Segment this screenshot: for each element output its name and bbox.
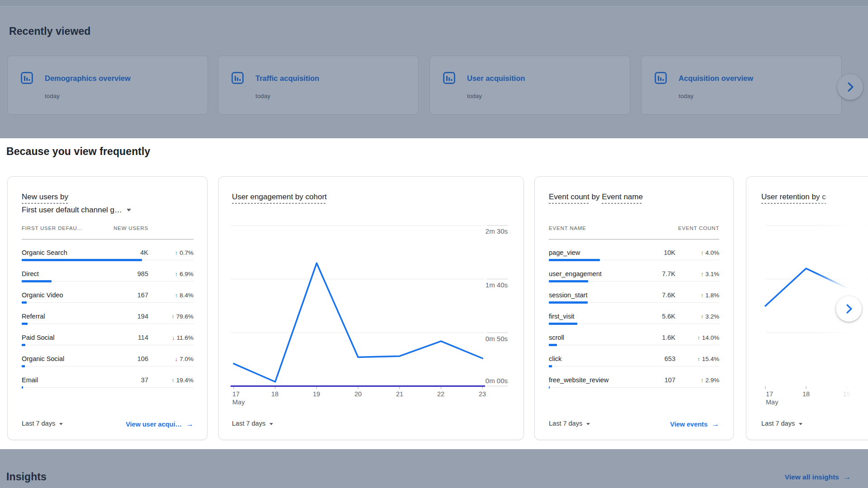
top-edge-strip [0, 0, 868, 6]
row-delta: ↑8.4% [144, 292, 193, 299]
y-axis-tick: 2m 30s [481, 227, 508, 235]
table-header-divider [549, 239, 719, 239]
row-delta: ↑3.2% [670, 313, 719, 320]
x-axis-tick: 18 [802, 390, 810, 398]
metric-selector[interactable]: New users by [22, 192, 68, 204]
view-events-link[interactable]: View events→ [615, 420, 719, 429]
x-axis-month-label: May [766, 399, 778, 406]
row-value: 114 [112, 334, 148, 341]
row-label: Organic Video [22, 291, 63, 299]
engagement-date-range-selector[interactable]: Last 7 days [232, 420, 273, 427]
recent-card-demographics-overview[interactable]: Demographics overview today [7, 56, 208, 115]
trend-arrow-icon: ↑ [701, 377, 704, 384]
row-delta: ↑6.9% [144, 271, 193, 277]
proportion-bar [22, 365, 25, 367]
x-axis-tick: 18 [271, 390, 278, 398]
chevron-down-icon [269, 423, 273, 425]
metric-selector[interactable]: Event count [549, 192, 590, 204]
trend-arrow-icon: ↑ [171, 377, 175, 384]
proportion-bar [22, 344, 25, 346]
trend-arrow-icon: ↓ [175, 356, 178, 362]
table-row: Email 37 ↑19.4% [22, 376, 193, 398]
row-delta: ↑2.9% [670, 377, 719, 384]
row-value: 37 [112, 376, 148, 384]
recent-card-title[interactable]: User acquisition [467, 74, 525, 83]
trend-arrow-icon: ↑ [701, 249, 704, 256]
new-users-card-title[interactable]: New users by [22, 192, 68, 202]
row-label: session_start [549, 291, 587, 299]
events-table-header: EVENT NAME EVENT COUNT [549, 225, 719, 231]
row-label: Direct [22, 270, 39, 277]
proportion-bar [549, 386, 550, 389]
column-header-metric: NEW USERS [113, 225, 148, 231]
x-axis-tick: 23 [479, 390, 486, 398]
new-users-date-range-selector[interactable]: Last 7 days [22, 420, 63, 427]
bar-chart-icon [231, 72, 244, 84]
proportion-bar [549, 323, 577, 325]
trend-arrow-icon: ↑ [175, 292, 178, 299]
proportion-bar [22, 323, 28, 325]
new-users-table-header: FIRST USER DEFAU… NEW USERS [22, 225, 193, 231]
bar-chart-icon [655, 72, 667, 84]
chevron-right-icon [843, 80, 857, 94]
retention-date-range-selector[interactable]: Last 7 days [761, 420, 802, 427]
x-axis-tick: 22 [437, 390, 444, 398]
row-value: 194 [112, 313, 148, 320]
recent-card-title[interactable]: Acquisition overview [679, 74, 753, 83]
x-axis-tick: 17 [232, 390, 240, 398]
recent-card-user-acquisition[interactable]: User acquisition today [429, 56, 630, 115]
x-axis-tick: 21 [396, 390, 403, 398]
table-row: scroll 1.6K ↑14.0% [549, 334, 719, 355]
events-card-title[interactable]: Event count by Event name [549, 192, 643, 202]
proportion-bar [22, 301, 27, 304]
recent-card-timestamp: today [467, 93, 482, 99]
proportion-bar [549, 301, 588, 304]
events-date-range-selector[interactable]: Last 7 days [549, 420, 590, 427]
recent-card-title[interactable]: Traffic acquisition [255, 74, 319, 83]
table-row: Paid Social 114 ↓11.6% [22, 334, 193, 355]
table-header-divider [22, 239, 193, 239]
suggested-cards-next-button[interactable] [836, 296, 862, 322]
row-label: Organic Search [22, 249, 67, 256]
column-header-dimension: FIRST USER DEFAU… [22, 225, 83, 231]
new-users-dimension-selector[interactable]: First user default channel g… [22, 206, 131, 215]
recent-card-acquisition-overview[interactable]: Acquisition overview today [641, 56, 842, 115]
top-edge-hairline [0, 6, 868, 7]
table-row: user_engagement 7.7K ↑3.1% [549, 270, 719, 291]
row-delta: ↑1.8% [670, 292, 719, 299]
trend-arrow-icon: ↑ [697, 356, 700, 362]
view-user-acquisition-link[interactable]: View user acqui…→ [90, 420, 193, 429]
proportion-bar [22, 386, 23, 389]
table-row: free_website_review 107 ↑2.9% [549, 376, 719, 398]
x-axis-tick: 17 [766, 390, 773, 398]
proportion-bar [549, 365, 552, 367]
view-all-insights-link[interactable]: View all insights→ [785, 473, 851, 482]
row-value: 167 [112, 291, 148, 299]
row-delta: ↑4.0% [670, 249, 719, 256]
row-delta: ↑19.4% [144, 377, 193, 384]
row-label: Email [22, 376, 38, 384]
arrow-right-icon: → [712, 420, 719, 428]
chevron-right-icon [842, 302, 856, 316]
y-axis-tick: 1m 40s [481, 281, 508, 289]
recently-viewed-section: Recently viewed Demographics overview to… [0, 0, 868, 138]
row-label: Referral [22, 313, 45, 320]
recently-viewed-heading: Recently viewed [9, 25, 90, 38]
column-header-dimension: EVENT NAME [549, 225, 586, 231]
dimension-selector[interactable]: Event name [602, 192, 643, 204]
trend-arrow-icon: ↑ [175, 271, 178, 277]
table-row: Organic Video 167 ↑8.4% [22, 291, 193, 313]
table-row: first_visit 5.6K ↑3.2% [549, 313, 719, 334]
recent-cards-next-button[interactable] [837, 74, 863, 100]
y-axis-tick: 0m 00s [481, 377, 508, 385]
row-delta: ↑0.7% [144, 249, 193, 256]
proportion-bar [549, 280, 588, 282]
recent-card-title[interactable]: Demographics overview [45, 74, 131, 83]
row-label: Organic Social [22, 355, 64, 362]
engagement-series-line [234, 263, 482, 382]
insights-section: Insights View all insights→ [0, 449, 868, 488]
trend-arrow-icon: ↑ [701, 271, 704, 277]
row-delta: ↑15.4% [670, 356, 719, 362]
recent-card-traffic-acquisition[interactable]: Traffic acquisition today [218, 56, 419, 115]
chevron-down-icon [586, 423, 590, 425]
